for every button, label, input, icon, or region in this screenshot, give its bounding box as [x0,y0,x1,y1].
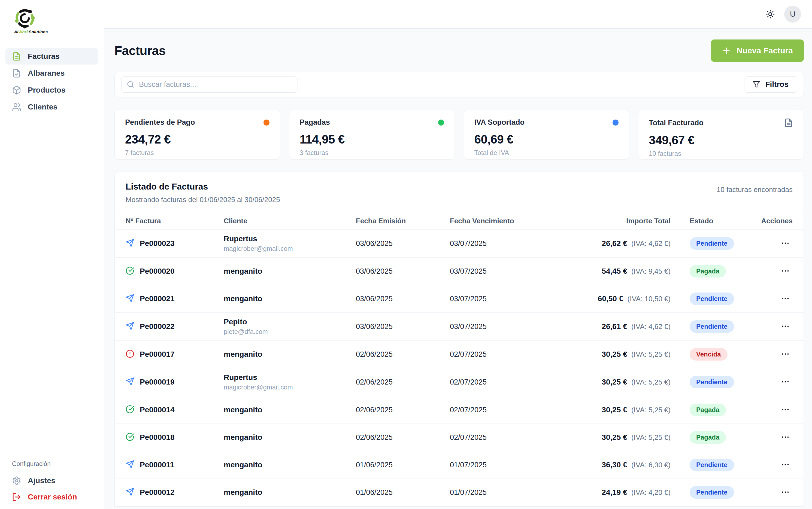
row-actions-button[interactable] [778,403,793,417]
client-name: Pepito [224,317,356,326]
col-header-fecha-emision: Fecha Emisión [356,217,450,225]
table-column-headers: Nº Factura Cliente Fecha Emisión Fecha V… [115,212,804,230]
invoice-icon [784,118,793,128]
due-date: 03/07/2025 [450,295,543,303]
sent-icon [126,460,134,470]
table-row[interactable]: Pe000021 menganito 03/06/2025 03/07/2025… [115,285,804,313]
overdue-alert-icon [126,349,134,359]
more-horizontal-icon [781,405,790,414]
table-count: 10 facturas encontradas [717,185,793,194]
client-name: menganito [224,350,356,359]
new-invoice-label: Nueva Factura [737,46,793,55]
sidebar-item-label: Albaranes [28,69,65,78]
row-actions-button[interactable] [778,376,793,389]
table-row[interactable]: Pe000018 menganito 02/06/2025 02/07/2025… [115,424,804,451]
invoice-number: Pe000022 [140,322,175,331]
sidebar-item-label: Facturas [28,52,60,61]
table-row[interactable]: Pe000011 menganito 01/06/2025 01/07/2025… [115,451,804,479]
sidebar-item-label: Productos [28,86,65,95]
issue-date: 01/06/2025 [356,461,450,469]
table-row[interactable]: Pe000012 menganito 01/06/2025 01/07/2025… [115,479,804,506]
brand-name: AIWorkSolutions [14,29,48,34]
client-name: menganito [224,295,356,303]
filter-icon [753,80,760,88]
total-amount: 30,25 € [602,378,627,386]
row-actions-button[interactable] [778,265,793,278]
search-input[interactable] [121,76,298,93]
iva-amount: (IVA: 6,30 €) [629,461,671,469]
iva-amount: (IVA: 4,62 €) [629,323,671,331]
delivery-note-icon [12,69,21,78]
stat-value: 234,72 € [125,133,269,146]
sidebar-item-ajustes[interactable]: Ajustes [5,473,98,489]
table-row[interactable]: Pe000020 menganito 03/06/2025 03/07/2025… [115,258,804,285]
col-header-estado: Estado [671,217,750,225]
status-badge: Pagada [690,265,726,277]
sidebar-item-productos[interactable]: Productos [5,82,98,98]
col-header-acciones: Acciones [750,217,793,225]
status-badge: Pendiente [690,486,734,499]
issue-date: 03/06/2025 [356,323,450,331]
more-horizontal-icon [781,239,790,248]
table-row[interactable]: Pe000017 menganito 02/06/2025 02/07/2025… [115,341,804,368]
table-row[interactable]: Pe000019 Rupertus magicrober@gmail.com 0… [115,368,804,396]
col-header-cliente: Cliente [224,217,356,225]
row-actions-button[interactable] [778,292,793,306]
stat-sub: Total de IVA [475,149,619,157]
row-actions-button[interactable] [778,486,793,499]
row-actions-button[interactable] [778,459,793,472]
iva-amount: (IVA: 5,25 €) [629,406,671,414]
invoice-number: Pe000018 [140,433,175,442]
more-horizontal-icon [781,433,790,442]
total-amount: 30,25 € [602,433,627,441]
row-actions-button[interactable] [778,431,793,444]
stat-label: Total Facturado [649,119,704,127]
col-header-importe: Importe Total [543,217,671,225]
sent-icon [126,377,134,387]
total-amount: 26,62 € [602,239,627,247]
sidebar-item-clientes[interactable]: Clientes [5,99,98,115]
sidebar-item-albaranes[interactable]: Albaranes [5,65,98,81]
paid-check-icon [126,433,134,442]
table-header: Listado de Facturas Mostrando facturas d… [115,172,804,212]
total-amount: 54,45 € [602,267,627,275]
invoice-icon [12,52,21,61]
sidebar-item-facturas[interactable]: Facturas [5,48,98,65]
issue-date: 01/06/2025 [356,488,450,497]
issue-date: 03/06/2025 [356,295,450,303]
sidebar-bottom: Configuración Ajustes Cerrar sesión [5,454,98,505]
iva-amount: (IVA: 4,62 €) [629,239,671,247]
theme-toggle-button[interactable] [766,9,775,19]
due-date: 02/07/2025 [450,378,543,386]
table-row[interactable]: Pe000014 menganito 02/06/2025 02/07/2025… [115,396,804,424]
table-row[interactable]: Pe000023 Rupertus magicrober@gmail.com 0… [115,230,804,258]
issue-date: 03/06/2025 [356,267,450,276]
stat-value: 349,67 € [649,133,793,147]
user-avatar[interactable]: U [784,6,801,23]
status-badge: Pendiente [690,459,734,471]
client-email: piete@dfa.com [224,328,356,336]
filters-button[interactable]: Filtros [744,76,797,93]
sidebar-nav: Facturas Albaranes Productos Clientes [5,48,98,115]
gear-icon [12,476,21,485]
iva-amount: (IVA: 5,25 €) [629,433,671,441]
status-badge: Pendiente [690,237,734,250]
row-actions-button[interactable] [778,320,793,333]
invoice-number: Pe000014 [140,406,175,414]
stat-label: Pagadas [300,118,330,127]
table-row[interactable]: Pe000022 Pepito piete@dfa.com 03/06/2025… [115,313,804,341]
row-actions-button[interactable] [778,237,793,250]
more-horizontal-icon [781,460,790,469]
total-amount: 30,25 € [602,406,627,414]
brand-logo: AIWorkSolutions [5,8,98,34]
users-icon [12,102,21,112]
total-amount: 30,25 € [602,350,627,359]
due-date: 02/07/2025 [450,433,543,442]
logout-button[interactable]: Cerrar sesión [5,489,98,505]
row-actions-button[interactable] [778,348,793,361]
due-date: 01/07/2025 [450,488,543,497]
stat-label: IVA Soportado [475,118,525,127]
more-horizontal-icon [781,377,790,386]
invoice-number: Pe000012 [140,488,175,497]
new-invoice-button[interactable]: Nueva Factura [711,39,804,62]
